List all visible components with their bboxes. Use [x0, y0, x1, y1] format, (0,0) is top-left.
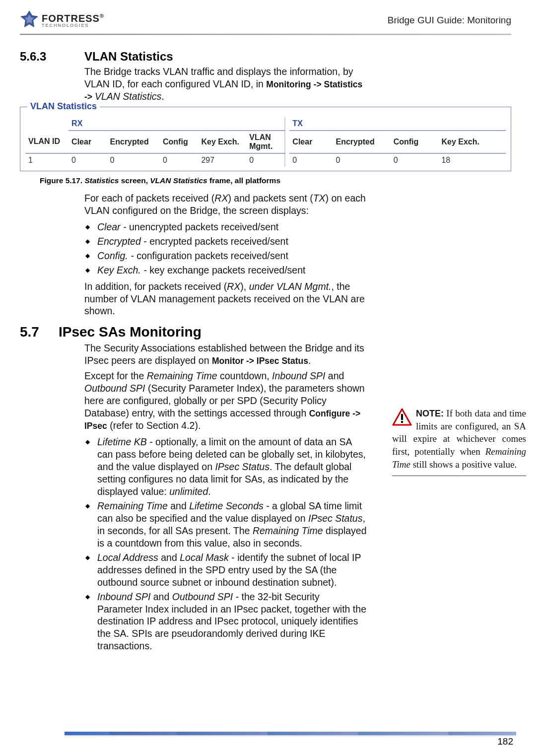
footer-rule	[65, 731, 516, 735]
text: - encrypted packets received/sent	[141, 236, 288, 247]
text-italic: Outbound SPI	[84, 383, 145, 394]
text-italic: TX	[313, 193, 326, 204]
note-label: NOTE:	[416, 409, 444, 418]
col-vlan-id: VLAN ID	[25, 131, 68, 153]
page-header: FORTRESS® TECHNOLOGIES Bridge GUI Guide:…	[20, 10, 511, 31]
logo: FORTRESS® TECHNOLOGIES	[20, 10, 104, 31]
col-key-exch: Key Exch.	[198, 131, 246, 153]
text: configuration packets received/sent	[136, 250, 288, 261]
cell-tx-config: 0	[391, 153, 439, 167]
table-row: 1 0 0 0 297 0 0 0 0 18	[25, 153, 506, 167]
figure-caption: Figure 5.17. Statistics screen, VLAN Sta…	[40, 176, 511, 185]
col-config: Config	[391, 131, 439, 153]
cell-rx-encrypted: 0	[107, 153, 160, 167]
logo-sub: TECHNOLOGIES	[42, 23, 104, 28]
col-clear: Clear	[68, 131, 107, 153]
text-italic: IPsec Status	[215, 461, 269, 472]
text: unencrypted packets received/sent	[129, 221, 278, 232]
header-right: Bridge GUI Guide: Monitoring	[388, 15, 511, 26]
text: and	[325, 370, 344, 381]
text-italic: RX	[227, 281, 240, 292]
text-strong: Monitor -> IPsec Status	[212, 356, 308, 366]
note-callout: NOTE: If both data and time limits are c…	[392, 407, 526, 476]
text-italic: Local Mask	[180, 552, 229, 563]
tx-header: TX	[289, 117, 506, 131]
note-text: still shows a positive value.	[410, 459, 517, 470]
text: and	[158, 552, 180, 563]
text-italic: under VLAN Mgmt.	[249, 281, 332, 292]
section-5-6-3-intro: The Bridge tracks VLAN traffic and displ…	[84, 66, 367, 103]
section-5-6-3-body: For each of packets received (RX) and pa…	[84, 192, 367, 318]
text: Mgmt.	[249, 142, 272, 150]
section-title: IPsec SAs Monitoring	[59, 324, 202, 340]
list-item: Local Address and Local Mask - identify …	[97, 551, 367, 589]
text-italic: Statistics	[84, 176, 119, 185]
term: Config. -	[97, 250, 136, 261]
col-encrypted: Encrypted	[333, 131, 390, 153]
cell-rx-vlan-mgmt: 0	[246, 153, 284, 167]
text: .	[208, 486, 210, 497]
col-key-exch: Key Exch.	[438, 131, 506, 153]
text: and	[168, 500, 189, 511]
logo-icon	[20, 10, 39, 31]
cell-rx-clear: 0	[68, 153, 107, 167]
list-item: Encrypted - encrypted packets received/s…	[97, 235, 367, 248]
warning-icon	[392, 408, 412, 429]
col-encrypted: Encrypted	[107, 131, 160, 153]
text-italic: unlimited	[169, 486, 208, 497]
term: Inbound SPI	[97, 591, 150, 602]
text: countdown,	[217, 370, 272, 381]
vlan-legend: VLAN Statistics	[27, 101, 100, 112]
text-italic: RX	[214, 193, 228, 204]
term: Clear -	[97, 221, 129, 232]
text: and	[150, 591, 172, 602]
section-number: 5.6.3	[20, 50, 69, 64]
text-italic: VLAN Statistics	[95, 91, 161, 102]
col-clear: Clear	[289, 131, 333, 153]
text-italic: IPsec Status	[308, 513, 362, 524]
page: FORTRESS® TECHNOLOGIES Bridge GUI Guide:…	[0, 0, 541, 756]
text: screen,	[119, 176, 150, 185]
header-rule	[20, 34, 511, 35]
note-divider	[392, 476, 526, 476]
term: Remaining Time	[97, 500, 168, 511]
text: Except for the	[84, 370, 147, 381]
text: VLAN	[249, 133, 271, 141]
vlan-statistics-table: RX TX VLAN ID Clear Encrypted Config Key…	[25, 117, 506, 167]
section-number: 5.7	[20, 324, 59, 340]
text-italic: Remaining Time	[253, 525, 323, 536]
logo-main: FORTRESS	[42, 13, 100, 24]
term: Key Exch. -	[97, 265, 149, 275]
col-vlan-mgmt: VLANMgmt.	[246, 131, 284, 153]
page-number: 182	[497, 736, 513, 747]
vlan-statistics-panel: VLAN Statistics RX TX VLAN ID Clear Encr…	[20, 107, 511, 171]
svg-rect-4	[401, 421, 403, 423]
text: frame, all platforms	[207, 176, 280, 185]
text: For each of packets received (	[84, 193, 214, 204]
cell-tx-encrypted: 0	[333, 153, 390, 167]
text: (refer to Section 4.2).	[107, 420, 201, 431]
term: Encrypted	[97, 236, 141, 247]
list-item: Lifetime KB - optionally, a limit on the…	[97, 436, 367, 498]
section-title: VLAN Statistics	[84, 50, 173, 64]
text-italic: VLAN Statistics	[150, 176, 207, 185]
text-italic: Outbound SPI	[172, 591, 233, 602]
text: In addition, for packets received (	[84, 281, 227, 292]
term: Lifetime KB	[97, 436, 147, 447]
text: .	[308, 355, 311, 366]
cell-rx-config: 0	[160, 153, 198, 167]
col-config: Config	[160, 131, 198, 153]
cell-vlan-id: 1	[25, 153, 68, 167]
text: ),	[240, 281, 249, 292]
list-item: Config. - configuration packets received…	[97, 250, 367, 262]
cell-rx-key-exch: 297	[198, 153, 246, 167]
list-item: Clear - unencrypted packets received/sen…	[97, 221, 367, 233]
text-italic: Inbound SPI	[272, 370, 325, 381]
cell-tx-key-exch: 18	[438, 153, 506, 167]
list-item: Remaining Time and Lifetime Seconds - a …	[97, 500, 367, 550]
section-5-7-heading: 5.7 IPsec SAs Monitoring	[20, 324, 511, 340]
svg-rect-3	[401, 414, 403, 420]
text-italic: Lifetime Seconds	[189, 500, 264, 511]
section-5-7-body: The Security Associations established be…	[84, 342, 367, 652]
cell-tx-clear: 0	[289, 153, 333, 167]
